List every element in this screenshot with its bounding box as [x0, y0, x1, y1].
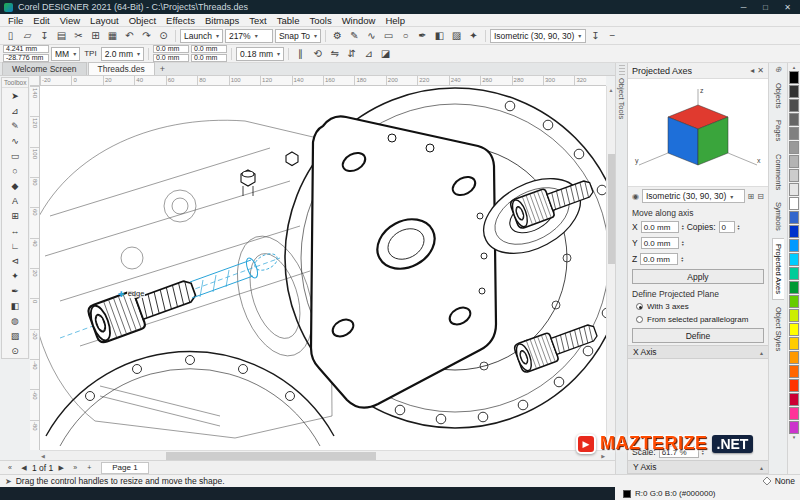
- new-tab-button[interactable]: +: [156, 63, 169, 75]
- wireframe-view-icon[interactable]: ⊿: [361, 47, 376, 61]
- x-axis-section-bar[interactable]: X Axis: [628, 345, 768, 359]
- remove-preset-icon[interactable]: −: [605, 29, 620, 43]
- offset-x-field[interactable]: 0.0 mm: [191, 45, 227, 53]
- x-position-field[interactable]: 4.241 mm: [3, 45, 49, 53]
- pick-tool[interactable]: ➤: [2, 88, 28, 103]
- add-page-button[interactable]: +: [83, 462, 95, 474]
- menu-item[interactable]: Edit: [28, 15, 54, 26]
- ellipse-tool-icon[interactable]: ○: [398, 29, 413, 43]
- new-document-icon[interactable]: ▯: [3, 29, 18, 43]
- menu-item[interactable]: Tools: [304, 15, 336, 26]
- vertical-scroll-thumb[interactable]: [608, 154, 615, 264]
- offset-y-field[interactable]: 0.0 mm: [191, 54, 227, 62]
- redo-icon[interactable]: ↷: [139, 29, 154, 43]
- outline-pen-icon[interactable]: ✒: [415, 29, 430, 43]
- horizontal-ruler[interactable]: -200204060801001201401601802002202402602…: [40, 76, 606, 86]
- with-3-axes-option[interactable]: With 3 axes: [628, 300, 768, 313]
- rectangle-tool-icon[interactable]: ▭: [381, 29, 396, 43]
- search-icon[interactable]: ⊙: [156, 29, 171, 43]
- color-swatch[interactable]: [789, 141, 799, 154]
- copies-spinner[interactable]: [738, 224, 740, 231]
- eyedropper-icon[interactable]: ✦: [466, 29, 481, 43]
- rectangle-tool[interactable]: ▭: [2, 148, 28, 163]
- color-swatch[interactable]: [789, 337, 799, 350]
- y-position-field[interactable]: -28.776 mm: [3, 54, 49, 62]
- color-swatch[interactable]: [789, 239, 799, 252]
- menu-item[interactable]: Layout: [85, 15, 124, 26]
- color-swatch[interactable]: [789, 295, 799, 308]
- copy-icon[interactable]: ⊞: [88, 29, 103, 43]
- color-swatch[interactable]: [789, 253, 799, 266]
- ellipse-tool[interactable]: ○: [2, 163, 28, 178]
- color-swatch[interactable]: [789, 127, 799, 140]
- lock-ratio-icon[interactable]: ∥: [293, 47, 308, 61]
- outline-width-dropdown[interactable]: 0.18 mm: [236, 47, 284, 61]
- color-swatch[interactable]: [789, 407, 799, 420]
- open-icon[interactable]: ▱: [20, 29, 35, 43]
- rotate-icon[interactable]: ⟲: [310, 47, 325, 61]
- palette-scroll-down-icon[interactable]: ▾: [793, 434, 796, 440]
- color-swatch[interactable]: [789, 197, 799, 210]
- toolbar-grip[interactable]: [619, 65, 625, 75]
- fill-color-icon[interactable]: [762, 476, 771, 485]
- shape-tool[interactable]: ⊿: [2, 103, 28, 118]
- zoom-tool[interactable]: ⊙: [2, 343, 28, 358]
- transparency-tool-icon[interactable]: ▨: [449, 29, 464, 43]
- x-distance-field[interactable]: 0.0 mm: [641, 221, 679, 233]
- interactive-fill-tool[interactable]: ◍: [2, 313, 28, 328]
- fill-tool[interactable]: ◧: [2, 298, 28, 313]
- save-preset-icon[interactable]: ↧: [588, 29, 603, 43]
- color-swatch[interactable]: [789, 113, 799, 126]
- z-spinner[interactable]: [681, 256, 683, 263]
- from-parallelogram-option[interactable]: From selected parallelogram: [628, 313, 768, 326]
- menu-item[interactable]: View: [55, 15, 85, 26]
- y-axis-section-bar[interactable]: Y Axis: [628, 460, 768, 474]
- menu-item[interactable]: Table: [272, 15, 305, 26]
- smart-drawing-tool[interactable]: ∿: [2, 133, 28, 148]
- units-dropdown[interactable]: MM: [51, 47, 80, 61]
- snap-to-dropdown[interactable]: Snap To: [275, 29, 321, 43]
- menu-item[interactable]: Window: [337, 15, 381, 26]
- minimize-button[interactable]: ─: [735, 1, 752, 13]
- docker-menu-icon[interactable]: ◂: [750, 66, 754, 75]
- tab-welcome-screen[interactable]: Welcome Screen: [2, 62, 87, 75]
- drawing-canvas[interactable]: edge: [40, 86, 606, 450]
- horizontal-scroll-thumb[interactable]: [166, 452, 376, 460]
- previous-page-button[interactable]: ◀: [18, 462, 30, 474]
- color-swatch[interactable]: [789, 71, 799, 84]
- curve-tool-icon[interactable]: ✎: [347, 29, 362, 43]
- scroll-left-icon[interactable]: ◀: [40, 452, 46, 460]
- menu-item[interactable]: Bitmaps: [200, 15, 244, 26]
- tab-threads-document[interactable]: Threads.des: [88, 62, 155, 75]
- docker-tab[interactable]: Symbols: [773, 197, 784, 236]
- outline-color-icon[interactable]: [623, 490, 631, 498]
- mirror-horizontal-icon[interactable]: ⇋: [327, 47, 342, 61]
- color-swatch[interactable]: [789, 421, 799, 434]
- close-button[interactable]: ✕: [779, 1, 796, 13]
- color-swatch[interactable]: [789, 379, 799, 392]
- color-swatch[interactable]: [789, 225, 799, 238]
- enhanced-view-icon[interactable]: ◪: [378, 47, 393, 61]
- color-swatch[interactable]: [789, 351, 799, 364]
- menu-item[interactable]: Help: [380, 15, 410, 26]
- color-swatch[interactable]: [789, 393, 799, 406]
- transparency-tool[interactable]: ▨: [2, 328, 28, 343]
- define-button[interactable]: Define: [632, 328, 764, 343]
- save-preset-icon[interactable]: ⊞: [748, 192, 755, 201]
- color-swatch[interactable]: [789, 85, 799, 98]
- connector-tool[interactable]: ∟: [2, 238, 28, 253]
- color-swatch[interactable]: [789, 211, 799, 224]
- maximize-button[interactable]: □: [757, 1, 774, 13]
- zoom-level-dropdown[interactable]: 217%: [225, 29, 273, 43]
- y-spinner[interactable]: [682, 240, 684, 247]
- print-icon[interactable]: ▤: [54, 29, 69, 43]
- projection-dropdown[interactable]: Isometric (30, 90, 30): [490, 29, 586, 43]
- save-icon[interactable]: ↧: [37, 29, 52, 43]
- mirror-vertical-icon[interactable]: ⇵: [344, 47, 359, 61]
- color-swatch[interactable]: [789, 365, 799, 378]
- menu-item[interactable]: Object: [124, 15, 161, 26]
- outline-pen-tool[interactable]: ✒: [2, 283, 28, 298]
- color-swatch[interactable]: [789, 169, 799, 182]
- color-swatch[interactable]: [789, 323, 799, 336]
- next-page-button[interactable]: ▶: [55, 462, 67, 474]
